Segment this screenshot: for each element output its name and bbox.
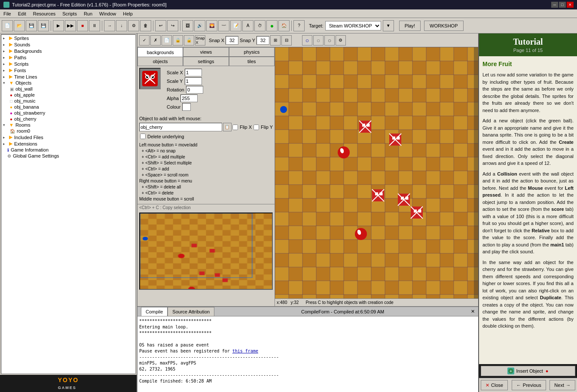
help-btn[interactable]: ? (293, 20, 305, 31)
tree-paths[interactable]: ▸ ▶ Paths (1, 54, 135, 61)
delete-checkbox[interactable] (140, 134, 146, 139)
tree-obj-apple[interactable]: ● obj_apple (8, 92, 135, 98)
tree-sprites[interactable]: ▸ ▶ Sprites (1, 35, 135, 41)
save-all-button[interactable]: 💾 (38, 20, 49, 31)
tree-obj-banana[interactable]: ● obj_banana (8, 104, 135, 110)
bg-btn[interactable]: 🌄 (206, 20, 217, 31)
snap-y-input[interactable] (256, 36, 269, 45)
menu-resources[interactable]: Resources (30, 9, 59, 18)
tab-tiles[interactable]: tiles (229, 57, 275, 66)
compile-line-fps-val: 62, 2732, 1965 (139, 366, 476, 372)
workshop-button[interactable]: WORKSHOP (424, 21, 463, 31)
flip-x-checkbox[interactable] (232, 125, 238, 130)
tree-fonts[interactable]: ▸ ▶ Fonts (1, 67, 135, 73)
title-controls[interactable]: ─ □ ✕ (551, 2, 574, 8)
room-canvas[interactable] (275, 47, 478, 298)
step-over-button[interactable]: ↓ (116, 20, 127, 31)
tree-backgrounds[interactable]: ▸ ▶ Backgrounds (1, 48, 135, 54)
rt-unlock-btn[interactable]: 🔓 (184, 35, 194, 46)
maximize-button[interactable]: □ (559, 2, 566, 8)
target-dropdown[interactable]: Steam WORKSHOP (325, 21, 381, 30)
pause-button[interactable]: ⏸ (89, 20, 100, 31)
target-settings-btn[interactable]: ▼ (383, 20, 394, 31)
compile-tab-source[interactable]: Source Attribution (168, 307, 214, 316)
close-button[interactable]: ✕ (567, 2, 574, 8)
tree-game-info[interactable]: ℹ Game Information (1, 147, 135, 153)
tree-included-files[interactable]: ▸ ▶ Included Files (1, 134, 135, 140)
tree-objects[interactable]: ▾ ▼ Objects (1, 80, 135, 86)
tree-global-settings[interactable]: ⚙ Global Game Settings (1, 153, 135, 159)
menu-help[interactable]: Help (119, 9, 136, 18)
tree-obj-wall[interactable]: ▣ obj_wall (8, 86, 135, 92)
snap-x-input[interactable] (226, 36, 238, 45)
rt-circle-btn[interactable]: ○ (302, 35, 312, 46)
rt-snap-btn[interactable]: SnapX (195, 35, 205, 46)
step-button[interactable]: → (104, 20, 115, 31)
rt-cross-btn[interactable]: ✗ (150, 35, 161, 46)
font-btn[interactable]: A (242, 20, 253, 31)
object-btn[interactable]: ● (266, 20, 278, 31)
obj-browse-btn[interactable]: 📋 (223, 123, 232, 131)
obj-name-input[interactable] (139, 123, 222, 131)
tree-timelines[interactable]: ▸ ▶ Time Lines (1, 73, 135, 80)
tree-rooms[interactable]: ▾ ▼ Rooms (1, 122, 135, 128)
play-button[interactable]: Play! (399, 21, 421, 31)
timeline-btn[interactable]: ⏱ (254, 20, 266, 31)
run-button[interactable]: ▶ (53, 20, 64, 31)
tab-settings[interactable]: settings (183, 57, 229, 66)
script-btn[interactable]: 📝 (230, 20, 241, 31)
menu-window[interactable]: Window (96, 9, 119, 18)
menu-scripts[interactable]: Scripts (59, 9, 80, 18)
undo-button[interactable]: ↩ (155, 20, 166, 31)
tree-extensions[interactable]: ▸ ▶ Extensions (1, 140, 135, 147)
room-viewport[interactable] (275, 47, 478, 298)
debug-button[interactable]: ▶▶ (65, 20, 76, 31)
rt-gear-btn[interactable]: ⚙ (336, 35, 346, 46)
rt-lock-btn[interactable]: 🔒 (173, 35, 183, 46)
compile-button[interactable]: ⚙ (128, 20, 139, 31)
redo-button[interactable]: ↪ (167, 20, 178, 31)
tab-objects[interactable]: objects (137, 57, 183, 66)
rt-grid-btn[interactable]: ⊞ (270, 35, 281, 46)
clean-button[interactable]: 🗑 (140, 20, 151, 31)
close-button-tutorial[interactable]: ✕ Close (481, 380, 508, 390)
room-btn[interactable]: 🏠 (278, 20, 290, 31)
rt-circle2-btn[interactable]: ○ (313, 35, 324, 46)
rt-check-btn[interactable]: ✓ (139, 35, 150, 46)
flip-y-checkbox[interactable] (253, 125, 259, 130)
path-btn[interactable]: 〰 (218, 20, 229, 31)
tree-obj-strawberry[interactable]: ● obj_strawberry (8, 110, 135, 116)
previous-button[interactable]: ← Previous (512, 380, 546, 390)
colour-picker[interactable] (182, 103, 191, 111)
tree-obj-cherry[interactable]: ● obj_cherry (8, 116, 135, 122)
tab-views[interactable]: views (183, 47, 229, 57)
menu-file[interactable]: File (0, 9, 15, 18)
tree-scripts[interactable]: ▸ ▶ Scripts (1, 61, 135, 67)
expand-icon-obj: ▾ (3, 81, 7, 85)
tree-room0[interactable]: 🏠 room0 (8, 128, 135, 134)
rt-grid2-btn[interactable]: ⊟ (281, 35, 292, 46)
minimize-button[interactable]: ─ (551, 2, 558, 8)
tab-physics[interactable]: physics (229, 47, 275, 57)
rotation-input[interactable] (186, 86, 203, 94)
menu-edit[interactable]: Edit (15, 9, 30, 18)
tree-sounds[interactable]: ▸ ▶ Sounds (1, 41, 135, 48)
menu-run[interactable]: Run (80, 9, 96, 18)
tree-obj-music[interactable]: □ obj_music (8, 98, 135, 104)
rt-new-btn[interactable]: 📄 (162, 35, 172, 46)
stop-button[interactable]: ■ (77, 20, 88, 31)
rt-circle3-btn[interactable]: ○ (324, 35, 335, 46)
sprite-btn[interactable]: 🖼 (182, 20, 193, 31)
tab-backgrounds[interactable]: backgrounds (137, 47, 183, 57)
next-button[interactable]: Next → (550, 380, 575, 390)
compile-close-btn[interactable]: ✕ (471, 309, 475, 314)
new-button[interactable]: 📄 (2, 20, 13, 31)
alpha-input[interactable] (180, 94, 198, 102)
scale-x-input[interactable] (185, 69, 202, 76)
insert-object-button[interactable]: + Insert Object ● (481, 366, 575, 376)
sound-btn[interactable]: 🔊 (194, 20, 205, 31)
save-button[interactable]: 💾 (26, 20, 37, 31)
compile-tab-compile[interactable]: Compile (141, 307, 168, 316)
open-button[interactable]: 📂 (14, 20, 25, 31)
scale-y-input[interactable] (185, 77, 202, 85)
